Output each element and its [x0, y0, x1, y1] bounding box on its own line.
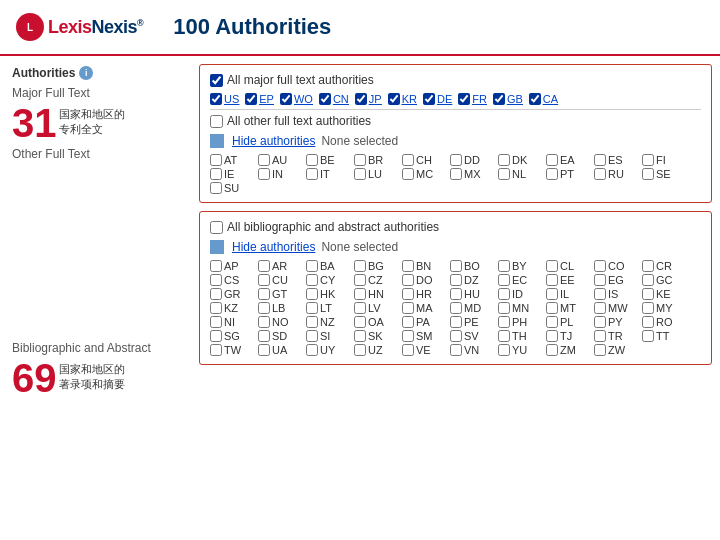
checkbox-gb[interactable] — [493, 93, 505, 105]
checkbox-br[interactable] — [354, 154, 366, 166]
checkbox-bib-zw[interactable] — [594, 344, 606, 356]
major-country-us[interactable]: US — [210, 93, 239, 105]
bib-country-uy[interactable]: UY — [306, 344, 354, 356]
checkbox-bib-bo[interactable] — [450, 260, 462, 272]
checkbox-bib-ee[interactable] — [546, 274, 558, 286]
checkbox-us[interactable] — [210, 93, 222, 105]
bib-country-hu[interactable]: HU — [450, 288, 498, 300]
other-country-es[interactable]: ES — [594, 154, 642, 166]
major-country-ca[interactable]: CA — [529, 93, 558, 105]
checkbox-bib-is[interactable] — [594, 288, 606, 300]
checkbox-fr[interactable] — [458, 93, 470, 105]
other-country-dd[interactable]: DD — [450, 154, 498, 166]
major-country-kr[interactable]: KR — [388, 93, 417, 105]
checkbox-bib-lv[interactable] — [354, 302, 366, 314]
checkbox-mc[interactable] — [402, 168, 414, 180]
checkbox-bib-hn[interactable] — [354, 288, 366, 300]
all-other-checkbox[interactable] — [210, 115, 223, 128]
checkbox-bib-ba[interactable] — [306, 260, 318, 272]
bib-country-ke[interactable]: KE — [642, 288, 690, 300]
checkbox-bib-ph[interactable] — [498, 316, 510, 328]
checkbox-bib-do[interactable] — [402, 274, 414, 286]
bib-country-cl[interactable]: CL — [546, 260, 594, 272]
bib-country-mt[interactable]: MT — [546, 302, 594, 314]
bib-country-bn[interactable]: BN — [402, 260, 450, 272]
bib-country-lv[interactable]: LV — [354, 302, 402, 314]
bib-country-do[interactable]: DO — [402, 274, 450, 286]
checkbox-mx[interactable] — [450, 168, 462, 180]
other-country-lu[interactable]: LU — [354, 168, 402, 180]
checkbox-bib-hu[interactable] — [450, 288, 462, 300]
bib-country-by[interactable]: BY — [498, 260, 546, 272]
checkbox-bib-py[interactable] — [594, 316, 606, 328]
checkbox-bib-sm[interactable] — [402, 330, 414, 342]
bib-country-hr[interactable]: HR — [402, 288, 450, 300]
bib-country-gc[interactable]: GC — [642, 274, 690, 286]
other-country-dk[interactable]: DK — [498, 154, 546, 166]
checkbox-bib-pa[interactable] — [402, 316, 414, 328]
bib-country-ni[interactable]: NI — [210, 316, 258, 328]
bib-country-py[interactable]: PY — [594, 316, 642, 328]
hide-authorities-link-major[interactable]: Hide authorities — [232, 134, 315, 148]
other-country-br[interactable]: BR — [354, 154, 402, 166]
bib-country-ro[interactable]: RO — [642, 316, 690, 328]
bib-country-gr[interactable]: GR — [210, 288, 258, 300]
bib-country-uz[interactable]: UZ — [354, 344, 402, 356]
bib-country-mn[interactable]: MN — [498, 302, 546, 314]
bib-country-ec[interactable]: EC — [498, 274, 546, 286]
checkbox-jp[interactable] — [355, 93, 367, 105]
checkbox-bib-oa[interactable] — [354, 316, 366, 328]
bib-country-ee[interactable]: EE — [546, 274, 594, 286]
other-country-ea[interactable]: EA — [546, 154, 594, 166]
other-country-nl[interactable]: NL — [498, 168, 546, 180]
checkbox-se[interactable] — [642, 168, 654, 180]
checkbox-bib-th[interactable] — [498, 330, 510, 342]
checkbox-bib-sv[interactable] — [450, 330, 462, 342]
all-major-checkbox-label[interactable]: All major full text authorities — [210, 73, 374, 87]
bib-country-tw[interactable]: TW — [210, 344, 258, 356]
other-country-mx[interactable]: MX — [450, 168, 498, 180]
checkbox-su[interactable] — [210, 182, 222, 194]
checkbox-bib-ma[interactable] — [402, 302, 414, 314]
bib-country-tj[interactable]: TJ — [546, 330, 594, 342]
checkbox-bib-dz[interactable] — [450, 274, 462, 286]
bib-country-cy[interactable]: CY — [306, 274, 354, 286]
major-country-ep[interactable]: EP — [245, 93, 274, 105]
checkbox-bib-ua[interactable] — [258, 344, 270, 356]
checkbox-bib-bn[interactable] — [402, 260, 414, 272]
bib-country-cu[interactable]: CU — [258, 274, 306, 286]
bib-country-il[interactable]: IL — [546, 288, 594, 300]
checkbox-bib-kz[interactable] — [210, 302, 222, 314]
checkbox-bib-il[interactable] — [546, 288, 558, 300]
checkbox-ep[interactable] — [245, 93, 257, 105]
bib-country-hk[interactable]: HK — [306, 288, 354, 300]
bib-country-my[interactable]: MY — [642, 302, 690, 314]
other-country-be[interactable]: BE — [306, 154, 354, 166]
major-country-jp[interactable]: JP — [355, 93, 382, 105]
checkbox-ie[interactable] — [210, 168, 222, 180]
checkbox-bib-eg[interactable] — [594, 274, 606, 286]
checkbox-bib-ap[interactable] — [210, 260, 222, 272]
checkbox-be[interactable] — [306, 154, 318, 166]
bib-country-si[interactable]: SI — [306, 330, 354, 342]
all-bib-checkbox[interactable] — [210, 221, 223, 234]
other-country-ch[interactable]: CH — [402, 154, 450, 166]
checkbox-de[interactable] — [423, 93, 435, 105]
bib-country-yu[interactable]: YU — [498, 344, 546, 356]
bib-country-gt[interactable]: GT — [258, 288, 306, 300]
bib-country-pa[interactable]: PA — [402, 316, 450, 328]
other-country-ru[interactable]: RU — [594, 168, 642, 180]
other-country-mc[interactable]: MC — [402, 168, 450, 180]
checkbox-bib-cy[interactable] — [306, 274, 318, 286]
other-country-se[interactable]: SE — [642, 168, 690, 180]
other-country-su[interactable]: SU — [210, 182, 258, 194]
bib-country-ma[interactable]: MA — [402, 302, 450, 314]
checkbox-ea[interactable] — [546, 154, 558, 166]
checkbox-bib-ec[interactable] — [498, 274, 510, 286]
bib-country-ph[interactable]: PH — [498, 316, 546, 328]
bib-country-ua[interactable]: UA — [258, 344, 306, 356]
checkbox-bib-ke[interactable] — [642, 288, 654, 300]
bib-country-ap[interactable]: AP — [210, 260, 258, 272]
checkbox-bib-lb[interactable] — [258, 302, 270, 314]
checkbox-wo[interactable] — [280, 93, 292, 105]
